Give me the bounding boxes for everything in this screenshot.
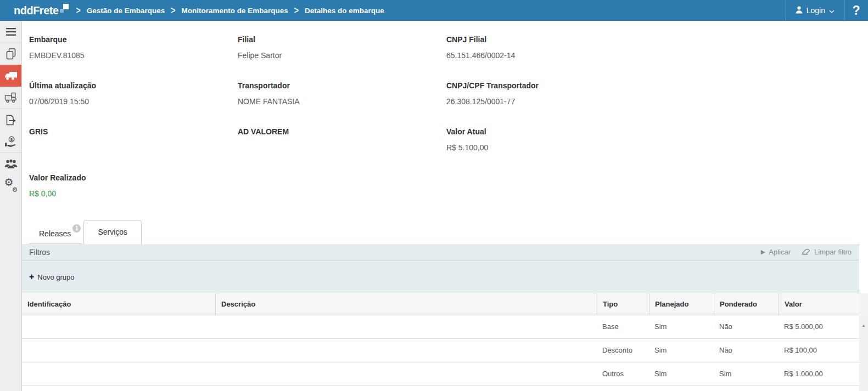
- cell-tipo: Desconto: [597, 339, 649, 362]
- field-value: Felipe Sartor: [238, 51, 446, 60]
- cell-planejado: Sim: [649, 362, 714, 386]
- breadcrumb-detalhes-do-embarque[interactable]: Detalhes do embarque: [305, 7, 384, 15]
- field-label: CNPJ/CPF Transportador: [446, 81, 868, 90]
- table-row[interactable]: Desconto Sim Não R$ 100,00: [22, 339, 859, 362]
- breadcrumb-chevron-icon: >: [294, 5, 299, 16]
- apply-filter-label: Aplicar: [769, 248, 791, 256]
- field-value: [29, 143, 238, 152]
- column-header-descricao[interactable]: Descrição: [215, 293, 597, 315]
- right-strip: ▲: [859, 244, 868, 391]
- field-value: 65.151.466/0002-14: [446, 51, 868, 60]
- sidebar-item-freight-doc[interactable]: [0, 87, 21, 109]
- clear-filter-label: Limpar filtro: [814, 248, 852, 256]
- field-cnpj-cpf-transportador: CNPJ/CPF Transportador 26.308.125/0001-7…: [446, 81, 868, 127]
- field-label: Filial: [238, 35, 446, 44]
- new-group-label: Novo grupo: [37, 273, 74, 281]
- field-label: GRIS: [29, 127, 238, 136]
- cell-tipo: Base: [597, 315, 649, 338]
- field-label: Embarque: [29, 35, 238, 44]
- field-value: R$ 5.100,00: [446, 143, 868, 152]
- tab-label: Releases: [39, 229, 71, 238]
- field-ultima-atualizacao: Última atualização 07/06/2019 15:50: [29, 81, 238, 127]
- filter-header: Filtros ▶ Aplicar Limpar filtro: [22, 244, 859, 260]
- field-valor-atual: Valor Atual R$ 5.100,00: [446, 127, 868, 173]
- breadcrumb-gestao-de-embarques[interactable]: Gestão de Embarques: [87, 7, 165, 15]
- sidebar-item-payments[interactable]: $: [0, 131, 21, 152]
- shipment-details: Embarque EMBDEV.81085 Filial Felipe Sart…: [22, 21, 868, 219]
- column-header-planejado[interactable]: Planejado: [649, 293, 714, 315]
- main-content: Embarque EMBDEV.81085 Filial Felipe Sart…: [22, 21, 868, 391]
- table-row[interactable]: Outros Sim Sim R$ 1.000,00: [22, 362, 859, 386]
- tab-releases[interactable]: Releases 1: [34, 224, 82, 244]
- filter-body: + Novo grupo: [22, 260, 859, 293]
- column-header-valor[interactable]: Valor: [779, 293, 859, 315]
- column-header-identificacao[interactable]: Identificação: [22, 293, 215, 315]
- field-label: CNPJ Filial: [446, 35, 868, 44]
- sidebar-item-copy[interactable]: [0, 43, 21, 65]
- field-ad-valorem: AD VALOREM: [238, 127, 446, 173]
- copy-pages-icon: [5, 48, 16, 60]
- users-icon: [4, 158, 18, 169]
- export-document-icon: [5, 115, 17, 126]
- breadcrumb-chevron-icon: >: [171, 5, 175, 16]
- tab-spacer: [29, 224, 34, 244]
- sidebar-item-export[interactable]: [0, 109, 21, 131]
- question-mark-icon: ?: [852, 3, 860, 18]
- app-logo[interactable]: nddFrete: [0, 0, 69, 21]
- apply-filter-button[interactable]: ▶ Aplicar: [761, 248, 791, 256]
- money-hand-icon: $: [4, 136, 17, 148]
- login-menu[interactable]: Login: [786, 0, 844, 21]
- new-group-button[interactable]: + Novo grupo: [29, 273, 75, 281]
- breadcrumb-monitoramento-de-embarques[interactable]: Monitoramento de Embarques: [182, 7, 288, 15]
- sidebar-item-menu[interactable]: [0, 21, 21, 43]
- cell-ponderado: Sim: [714, 362, 779, 386]
- cell-valor: R$ 5.000,00: [779, 315, 859, 338]
- field-filial: Filial Felipe Sartor: [238, 35, 446, 81]
- sidebar-item-shipments[interactable]: [0, 65, 21, 87]
- gears-icon: ⚙ ⚙: [5, 179, 17, 192]
- cell-planejado: Sim: [649, 315, 714, 338]
- column-header-ponderado[interactable]: Ponderado: [714, 293, 779, 315]
- sidebar: $ ⚙ ⚙: [0, 21, 22, 391]
- truck-icon: [4, 71, 18, 81]
- logo-squares-icon: [60, 4, 69, 13]
- svg-text:$: $: [10, 137, 13, 141]
- field-value: NOME FANTASIA: [238, 97, 446, 106]
- cell-valor: R$ 100,00: [779, 339, 859, 362]
- sidebar-item-users[interactable]: [0, 152, 21, 174]
- field-value: 26.308.125/0001-77: [446, 97, 868, 106]
- field-value: R$ 0,00: [29, 189, 238, 198]
- logo-text: nddFrete: [14, 4, 59, 17]
- clear-filter-button[interactable]: Limpar filtro: [802, 248, 852, 257]
- help-button[interactable]: ?: [844, 0, 868, 21]
- cell-descricao: [215, 339, 597, 362]
- top-bar: nddFrete > Gestão de Embarques > Monitor…: [0, 0, 868, 21]
- chevron-down-icon: [829, 6, 835, 15]
- column-header-tipo[interactable]: Tipo: [597, 293, 649, 315]
- field-value: EMBDEV.81085: [29, 51, 238, 60]
- cell-identificacao: [22, 362, 215, 386]
- filters-title: Filtros: [29, 248, 50, 257]
- truck-document-icon: [4, 92, 17, 103]
- cell-ponderado: Não: [714, 339, 779, 362]
- user-icon: [796, 6, 803, 15]
- cell-tipo: Outros: [597, 362, 649, 386]
- cell-planejado: Sim: [649, 339, 714, 362]
- field-valor-realizado: Valor Realizado R$ 0,00: [29, 173, 238, 219]
- cell-descricao: [215, 362, 597, 386]
- table-scrollbar[interactable]: ▲: [859, 315, 868, 391]
- field-label: Última atualização: [29, 81, 238, 90]
- field-cnpj-filial: CNPJ Filial 65.151.466/0002-14: [446, 35, 868, 81]
- table-row[interactable]: Base Sim Não R$ 5.000,00: [22, 315, 859, 339]
- services-table-header: Identificação Descrição Tipo Planejado P…: [22, 293, 859, 315]
- field-label: AD VALOREM: [238, 127, 446, 136]
- cell-identificacao: [22, 315, 215, 338]
- eraser-icon: [802, 248, 811, 257]
- plus-icon: +: [29, 273, 34, 281]
- scroll-up-arrow-icon: ▲: [861, 323, 866, 328]
- tab-label: Serviços: [98, 228, 127, 236]
- hamburger-icon: [6, 28, 16, 36]
- sidebar-item-settings[interactable]: ⚙ ⚙: [0, 174, 21, 196]
- tab-servicos[interactable]: Serviços: [83, 220, 142, 244]
- field-value: 07/06/2019 15:50: [29, 97, 238, 106]
